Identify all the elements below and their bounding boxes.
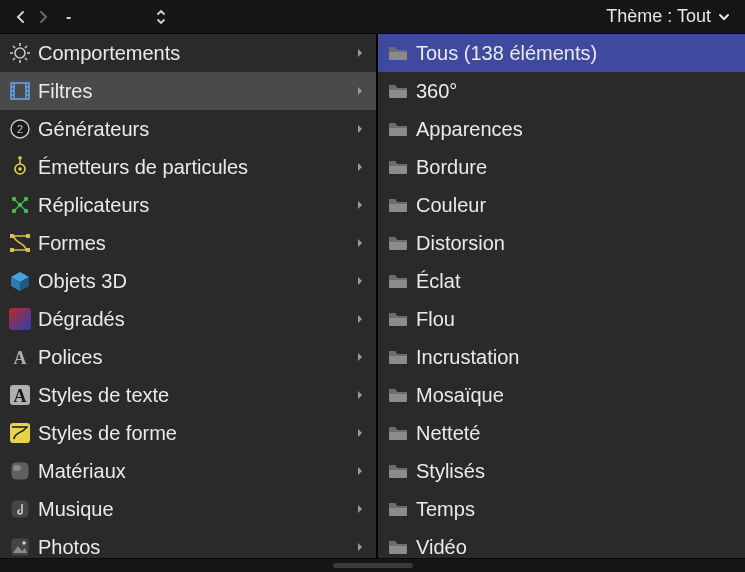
film-icon xyxy=(6,77,34,105)
chevron-right-icon xyxy=(352,427,368,439)
theme-popup[interactable]: Thème : Tout xyxy=(602,4,735,29)
category-row[interactable]: Styles de forme xyxy=(0,414,376,452)
category-label: Dégradés xyxy=(38,308,352,331)
chevron-right-icon xyxy=(352,123,368,135)
category-row[interactable]: 2Générateurs xyxy=(0,110,376,148)
toolbar: - Thème : Tout xyxy=(0,0,745,34)
subcategory-row[interactable]: Temps xyxy=(378,490,745,528)
svg-point-22 xyxy=(19,157,21,159)
chevron-right-icon xyxy=(352,275,368,287)
path-expand-button[interactable] xyxy=(155,8,167,26)
subcategory-row[interactable]: Vidéo xyxy=(378,528,745,558)
category-label: Matériaux xyxy=(38,460,352,483)
category-row[interactable]: APolices xyxy=(0,338,376,376)
folder-icon xyxy=(384,153,412,181)
category-row[interactable]: Objets 3D xyxy=(0,262,376,300)
gear-icon xyxy=(6,39,34,67)
folder-icon xyxy=(384,229,412,257)
folder-icon xyxy=(384,191,412,219)
subcategory-label: Mosaïque xyxy=(416,384,737,407)
category-label: Polices xyxy=(38,346,352,369)
category-label: Objets 3D xyxy=(38,270,352,293)
folder-icon xyxy=(384,533,412,558)
emitter-icon xyxy=(6,153,34,181)
subcategory-row[interactable]: 360° xyxy=(378,72,745,110)
svg-text:A: A xyxy=(14,348,27,368)
panel-footer xyxy=(0,558,745,572)
folder-icon xyxy=(384,457,412,485)
column-browser: ComportementsFiltres2GénérateursÉmetteur… xyxy=(0,34,745,558)
svg-rect-32 xyxy=(26,248,30,252)
photos-icon xyxy=(6,533,34,558)
subcategory-row[interactable]: Stylisés xyxy=(378,452,745,490)
resize-grip[interactable] xyxy=(333,563,413,568)
category-label: Formes xyxy=(38,232,352,255)
folder-icon xyxy=(384,267,412,295)
forward-button[interactable] xyxy=(32,6,54,28)
chevron-right-icon xyxy=(352,313,368,325)
subcategory-label: 360° xyxy=(416,80,737,103)
category-row[interactable]: Émetteurs de particules xyxy=(0,148,376,186)
category-row[interactable]: Matériaux xyxy=(0,452,376,490)
category-row[interactable]: Comportements xyxy=(0,34,376,72)
category-label: Styles de texte xyxy=(38,384,352,407)
svg-line-5 xyxy=(13,46,15,48)
subcategory-label: Bordure xyxy=(416,156,737,179)
category-row[interactable]: Musique xyxy=(0,490,376,528)
svg-point-45 xyxy=(22,541,26,545)
font-icon: A xyxy=(6,343,34,371)
subcategory-column[interactable]: Tous (138 éléments)360°ApparencesBordure… xyxy=(378,34,745,558)
generator-icon: 2 xyxy=(6,115,34,143)
subcategory-row[interactable]: Tous (138 éléments) xyxy=(378,34,745,72)
category-column[interactable]: ComportementsFiltres2GénérateursÉmetteur… xyxy=(0,34,378,558)
gradient-icon xyxy=(6,305,34,333)
subcategory-label: Incrustation xyxy=(416,346,737,369)
category-row[interactable]: Formes xyxy=(0,224,376,262)
subcategory-row[interactable]: Netteté xyxy=(378,414,745,452)
category-row[interactable]: Réplicateurs xyxy=(0,186,376,224)
chevron-right-icon xyxy=(352,465,368,477)
category-row[interactable]: Filtres xyxy=(0,72,376,110)
subcategory-row[interactable]: Couleur xyxy=(378,186,745,224)
subcategory-row[interactable]: Bordure xyxy=(378,148,745,186)
path-popup[interactable]: - xyxy=(66,8,71,26)
category-label: Comportements xyxy=(38,42,352,65)
chevron-right-icon xyxy=(352,389,368,401)
back-button[interactable] xyxy=(10,6,32,28)
chevron-down-icon xyxy=(717,10,731,24)
subcategory-label: Netteté xyxy=(416,422,737,445)
category-row[interactable]: Photos xyxy=(0,528,376,558)
svg-rect-30 xyxy=(26,234,30,238)
subcategory-label: Temps xyxy=(416,498,737,521)
shape-icon xyxy=(6,229,34,257)
chevron-right-icon xyxy=(352,237,368,249)
svg-rect-42 xyxy=(11,500,29,518)
svg-rect-29 xyxy=(10,234,14,238)
subcategory-label: Éclat xyxy=(416,270,737,293)
subcategory-row[interactable]: Apparences xyxy=(378,110,745,148)
material-icon xyxy=(6,457,34,485)
category-row[interactable]: Dégradés xyxy=(0,300,376,338)
subcategory-label: Couleur xyxy=(416,194,737,217)
subcategory-label: Flou xyxy=(416,308,737,331)
folder-icon xyxy=(384,115,412,143)
subcategory-label: Apparences xyxy=(416,118,737,141)
category-label: Photos xyxy=(38,536,352,559)
folder-icon xyxy=(384,381,412,409)
subcategory-row[interactable]: Incrustation xyxy=(378,338,745,376)
subcategory-label: Tous (138 éléments) xyxy=(416,42,737,65)
svg-rect-31 xyxy=(10,248,14,252)
chevron-right-icon xyxy=(352,351,368,363)
subcategory-label: Stylisés xyxy=(416,460,737,483)
subcategory-row[interactable]: Mosaïque xyxy=(378,376,745,414)
subcategory-row[interactable]: Flou xyxy=(378,300,745,338)
category-label: Émetteurs de particules xyxy=(38,156,352,179)
minus-icon: - xyxy=(66,8,71,26)
chevron-right-icon xyxy=(36,10,50,24)
svg-text:A: A xyxy=(14,386,27,406)
subcategory-row[interactable]: Distorsion xyxy=(378,224,745,262)
category-label: Styles de forme xyxy=(38,422,352,445)
subcategory-row[interactable]: Éclat xyxy=(378,262,745,300)
subcategory-label: Distorsion xyxy=(416,232,737,255)
category-row[interactable]: AStyles de texte xyxy=(0,376,376,414)
